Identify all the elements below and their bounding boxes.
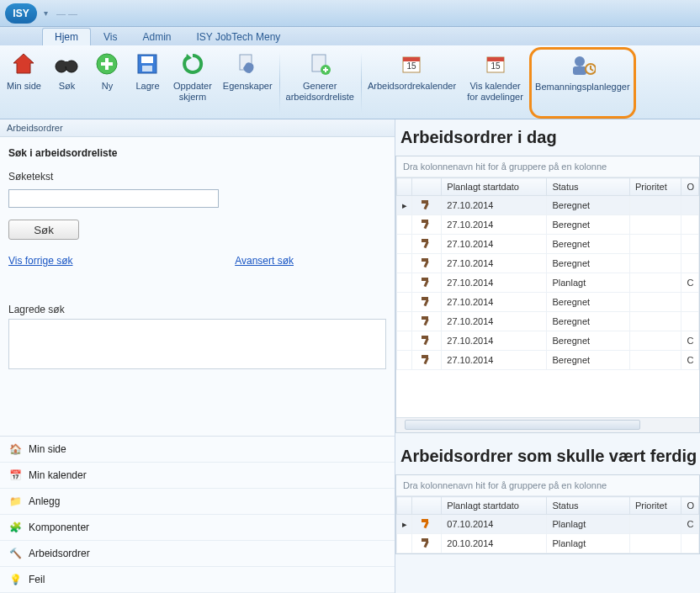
quick-access-dropdown-icon[interactable]: ▾ — [44, 8, 48, 18]
nav-list: 🏠 Min side 📅 Min kalender 📁 Anlegg 🧩 Kom… — [0, 436, 395, 593]
group-by-bar[interactable]: Dra kolonnenavn hit for å gruppere på en… — [396, 156, 699, 177]
row-selector[interactable] — [397, 235, 412, 254]
svg-rect-30 — [424, 261, 429, 268]
search-button[interactable]: Søk — [8, 220, 79, 240]
col-o[interactable]: O — [681, 178, 699, 196]
row-selector[interactable]: ▸ — [397, 515, 412, 534]
cell-o — [681, 196, 699, 215]
cell-status: Beregnet — [547, 293, 629, 312]
svg-rect-28 — [424, 241, 429, 249]
row-selector[interactable] — [397, 254, 412, 273]
nav-arbeidsordrer[interactable]: 🔨 Arbeidsordrer — [0, 541, 395, 567]
ribbon-vis-kalender[interactable]: 15 Vis kalender for avdelinger — [462, 47, 529, 119]
cell-date: 27.10.2014 — [442, 331, 547, 351]
group-by-bar[interactable]: Dra kolonnenavn hit for å gruppere på en… — [396, 475, 699, 496]
folder-icon: 📁 — [8, 495, 22, 508]
table-row[interactable]: ▸07.10.2014PlanlagtC — [397, 515, 699, 534]
svg-text:15: 15 — [407, 61, 417, 71]
ribbon-arbeidsordrekalender[interactable]: 15 Arbeidsordrekalender — [363, 47, 462, 119]
table-row[interactable]: 27.10.2014Beregnet — [397, 215, 699, 235]
row-selector[interactable] — [397, 215, 412, 235]
cell-date: 07.10.2014 — [442, 515, 547, 534]
search-input[interactable] — [8, 189, 219, 208]
saved-searches-box[interactable] — [8, 319, 386, 369]
table-row[interactable]: 27.10.2014Beregnet — [397, 254, 699, 273]
binoculars-icon — [53, 50, 80, 77]
row-selector[interactable] — [397, 351, 412, 370]
nav-min-side[interactable]: 🏠 Min side — [0, 437, 395, 463]
col-date[interactable]: Planlagt startdato — [442, 497, 547, 515]
table-row[interactable]: 27.10.2014BeregnetC — [397, 331, 699, 351]
cell-prio — [629, 351, 681, 370]
table-row[interactable]: 27.10.2014BeregnetC — [397, 351, 699, 370]
col-prio[interactable]: Prioritet — [629, 497, 681, 515]
col-date[interactable]: Planlagt startdato — [442, 178, 547, 196]
row-selector[interactable] — [397, 273, 412, 293]
col-icon[interactable] — [412, 178, 442, 196]
row-selector[interactable] — [397, 293, 412, 312]
tab-hjem[interactable]: Hjem — [42, 28, 91, 45]
svg-rect-8 — [141, 56, 153, 63]
cell-status: Beregnet — [547, 196, 629, 215]
scrollbar-thumb[interactable] — [405, 420, 640, 430]
nav-anlegg[interactable]: 📁 Anlegg — [0, 489, 395, 515]
ribbon-lagre[interactable]: Lagre — [128, 47, 168, 119]
col-prio[interactable]: Prioritet — [629, 178, 681, 196]
table-row[interactable]: ▸27.10.2014Beregnet — [397, 196, 699, 215]
ribbon-sok-label: Søk — [59, 81, 76, 92]
cell-date: 27.10.2014 — [442, 254, 547, 273]
horizontal-scrollbar[interactable] — [396, 417, 699, 432]
cell-status: Beregnet — [547, 331, 629, 351]
table-row[interactable]: 27.10.2014Beregnet — [397, 235, 699, 254]
ribbon-generer[interactable]: Generer arbeidsordreliste — [281, 47, 360, 119]
cell-o — [681, 215, 699, 235]
ribbon-tabs: Hjem Vis Admin ISY JobTech Meny — [0, 27, 700, 45]
cell-status: Beregnet — [547, 235, 629, 254]
ribbon-oppdater[interactable]: Oppdater skjerm — [168, 47, 218, 119]
col-status[interactable]: Status — [547, 178, 629, 196]
bulb-icon: 💡 — [8, 573, 22, 586]
house-icon — [10, 50, 37, 77]
table-row[interactable]: 20.10.2014Planlagt — [397, 534, 699, 553]
ribbon-min-side[interactable]: Min side — [2, 47, 47, 119]
row-selector[interactable] — [397, 331, 412, 351]
ribbon-vis-kal-label: Vis kalender for avdelinger — [467, 81, 523, 103]
col-handle[interactable] — [397, 178, 412, 196]
nav-komponenter-label: Komponenter — [29, 522, 89, 533]
tab-admin[interactable]: Admin — [130, 28, 183, 45]
row-selector[interactable] — [397, 312, 412, 331]
vis-forrige-link[interactable]: Vis forrige søk — [8, 255, 72, 267]
ribbon-sok[interactable]: Søk — [47, 47, 88, 119]
avansert-sok-link[interactable]: Avansert søk — [235, 255, 294, 267]
grid-today: Dra kolonnenavn hit for å gruppere på en… — [395, 156, 700, 433]
col-handle[interactable] — [397, 497, 412, 515]
ribbon-bemanningsplanlegger[interactable]: Bemanningsplanlegger — [529, 47, 636, 119]
save-icon — [134, 50, 161, 77]
svg-rect-9 — [142, 66, 152, 71]
col-o[interactable]: O — [681, 497, 699, 515]
ribbon-egenskaper[interactable]: Egenskaper — [218, 47, 278, 119]
hammer-icon — [412, 312, 442, 331]
col-icon[interactable] — [412, 497, 442, 515]
col-status[interactable]: Status — [547, 497, 629, 515]
app-logo[interactable]: ISY — [5, 3, 37, 24]
row-selector[interactable]: ▸ — [397, 196, 412, 215]
ribbon-lagre-label: Lagre — [135, 81, 159, 92]
cell-status: Planlagt — [547, 273, 629, 293]
tab-isy-jobtech-meny[interactable]: ISY JobTech Meny — [183, 28, 293, 45]
nav-komponenter[interactable]: 🧩 Komponenter — [0, 515, 395, 541]
svg-rect-24 — [424, 203, 429, 210]
table-row[interactable]: 27.10.2014Beregnet — [397, 312, 699, 331]
table-row[interactable]: 27.10.2014PlanlagtC — [397, 273, 699, 293]
cell-prio — [629, 534, 681, 553]
nav-min-kalender[interactable]: 📅 Min kalender — [0, 463, 395, 489]
table-row[interactable]: 27.10.2014Beregnet — [397, 293, 699, 312]
tab-vis[interactable]: Vis — [91, 28, 130, 45]
svg-marker-10 — [185, 54, 192, 61]
svg-rect-3 — [64, 61, 69, 66]
right-pane: Arbeidsordrer i dag Dra kolonnenavn hit … — [395, 119, 700, 593]
row-selector[interactable] — [397, 534, 412, 553]
nav-feil[interactable]: 💡 Feil — [0, 567, 395, 593]
cell-o — [681, 254, 699, 273]
ribbon-ny[interactable]: Ny — [88, 47, 128, 119]
